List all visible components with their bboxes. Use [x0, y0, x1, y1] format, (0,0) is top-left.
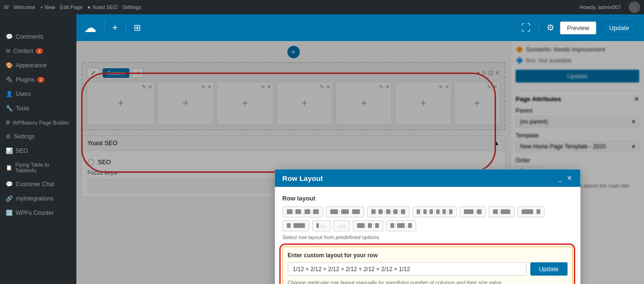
sidebar: 💬 Comments ✉ Contact 1 🎨 Appearance 🔌 Pl… — [0, 14, 76, 284]
fullscreen-icon[interactable]: ⛶ — [521, 22, 531, 33]
sidebar-item-wpfu-counter[interactable]: 🔢 WPFu Counter — [0, 206, 76, 220]
sidebar-item-tools[interactable]: 🔧 Tools — [0, 101, 76, 116]
sidebar-item-settings[interactable]: ⚙ Settings — [0, 129, 76, 144]
custom-layout-section: Enter custom layout for your row Update … — [282, 246, 572, 284]
admin-bar-new[interactable]: + New — [40, 4, 55, 10]
custom-layout-row: Update — [287, 262, 567, 275]
settings-icon: ⚙ — [6, 133, 11, 140]
sidebar-item-comments[interactable]: 💬 Comments — [0, 30, 76, 44]
preset-2-1[interactable]: | — [460, 206, 486, 217]
content-area: + ⤢ Custom + ▾ ✎ ⊡ ✕ — [76, 41, 644, 284]
counter-icon: 🔢 — [6, 210, 13, 216]
main-area: ☁ + ⊞ ⛶ ⚙ Preview Update + — [76, 14, 644, 284]
comments-icon: 💬 — [6, 33, 13, 40]
modal-header-actions: _ ✕ — [559, 174, 573, 182]
modal-body: Row layout | | | — [274, 187, 580, 284]
admin-avatar — [629, 1, 640, 13]
modal-minimize-button[interactable]: _ — [559, 174, 562, 182]
sidebar-item-seo[interactable]: 📊 SEO — [0, 144, 76, 158]
preset-3-equal[interactable]: | | — [326, 206, 364, 217]
toolbar-separator-2 — [126, 21, 126, 34]
sidebar-item-customer-chat[interactable]: 💬 Customer Chat — [0, 177, 76, 191]
modal-header: Row Layout _ ✕ — [274, 169, 580, 187]
sidebar-item-users[interactable]: 👤 Users — [0, 87, 76, 101]
preset-1-2-1[interactable]: | | — [386, 220, 416, 231]
admin-bar-yoast[interactable]: ● Yoast SEO — [87, 4, 117, 10]
sidebar-item-flying-table[interactable]: 📋 Flying Table to Tableinfo — [0, 158, 76, 177]
custom-layout-label: Enter custom layout for your row — [287, 252, 567, 258]
row-layout-section-title: Row layout — [282, 194, 572, 201]
toolbar-separator-1 — [104, 21, 105, 34]
preset-4-equal[interactable]: | | | — [282, 206, 323, 217]
wpbakery-icon: ⊞ — [6, 119, 10, 126]
preset-1-2[interactable]: | — [488, 206, 515, 217]
admin-bar-welcome[interactable]: Welcome — [13, 4, 35, 10]
contact-badge: 1 — [36, 48, 43, 54]
preset-7-equal[interactable]: ||||||| — [312, 220, 331, 231]
toolbar-separator-3 — [538, 21, 539, 34]
sidebar-item-my-integrations[interactable]: 🔗 myIntegrations — [0, 191, 76, 206]
appearance-icon: 🎨 — [6, 62, 13, 69]
custom-layout-input[interactable] — [287, 262, 526, 275]
admin-bar-user[interactable]: Howdy, admin007 — [580, 4, 621, 10]
preset-5-equal[interactable]: | | | | — [367, 206, 409, 217]
modal-overlay: Row Layout _ ✕ Row layout — [76, 41, 644, 284]
contact-icon: ✉ — [6, 48, 11, 54]
seo-icon: 📊 — [6, 147, 13, 154]
add-block-icon[interactable]: + — [112, 22, 118, 33]
modal-close-button[interactable]: ✕ — [567, 174, 572, 182]
preset-8-equal[interactable]: |||||||| — [333, 220, 350, 231]
admin-bar: W Welcome + New Edit Page ● Yoast SEO Se… — [0, 0, 644, 14]
preset-2-1-1[interactable]: | | — [353, 220, 383, 231]
preset-1-3[interactable]: | — [282, 220, 309, 231]
preset-3-1[interactable]: | — [517, 206, 545, 217]
update-button[interactable]: Update — [602, 21, 636, 34]
layout-icon[interactable]: ⊞ — [134, 22, 141, 33]
integrations-icon: 🔗 — [6, 195, 13, 202]
preset-6-equal[interactable]: | | | | | — [412, 206, 457, 217]
sidebar-item-appearance[interactable]: 🎨 Appearance — [0, 58, 76, 73]
custom-layout-hint: Change particular row layout manually by… — [287, 279, 567, 284]
sidebar-item-contact[interactable]: ✉ Contact 1 — [0, 44, 76, 58]
page-toolbar: ☁ + ⊞ ⛶ ⚙ Preview Update — [76, 14, 644, 41]
admin-bar-settings[interactable]: Settings — [122, 4, 141, 10]
tools-icon: 🔧 — [6, 105, 13, 112]
admin-bar-logo[interactable]: W — [4, 4, 9, 10]
logo-icon[interactable]: ☁ — [84, 21, 96, 35]
modal-title: Row Layout — [282, 174, 323, 182]
custom-layout-update-button[interactable]: Update — [530, 262, 567, 275]
plugins-icon: 🔌 — [6, 76, 13, 83]
chat-icon: 💬 — [6, 181, 13, 188]
users-icon: 👤 — [6, 91, 13, 97]
sidebar-item-plugins[interactable]: 🔌 Plugins 2 — [0, 73, 76, 87]
gear-icon[interactable]: ⚙ — [547, 22, 554, 33]
preset-hint: Select row layout from predefined option… — [282, 234, 572, 240]
flying-table-icon: 📋 — [6, 165, 12, 171]
sidebar-item-wpbakery[interactable]: ⊞ WPBakery Page Builder — [0, 116, 76, 129]
toolbar-right: ⛶ ⚙ Preview Update — [521, 21, 636, 34]
plugins-badge: 2 — [37, 77, 44, 83]
row-layout-modal: Row Layout _ ✕ Row layout — [274, 169, 580, 284]
admin-bar-edit-page[interactable]: Edit Page — [60, 4, 83, 10]
layout-presets: | | | | — [282, 206, 572, 231]
preview-button[interactable]: Preview — [560, 21, 596, 34]
